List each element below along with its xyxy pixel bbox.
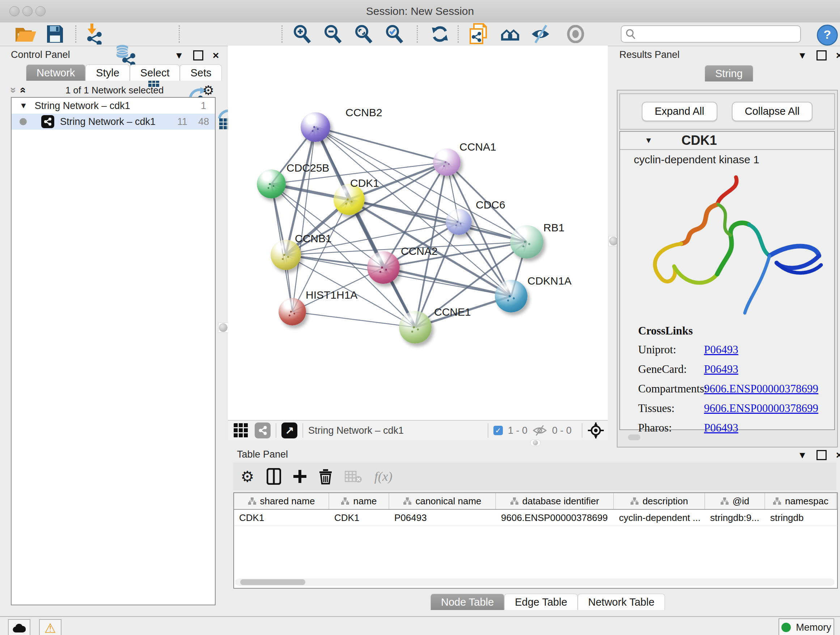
zoom-fit-button[interactable] xyxy=(354,24,373,44)
panel-close-icon[interactable]: × xyxy=(213,49,219,62)
node-label-CCNA2: CCNA2 xyxy=(401,245,438,257)
warning-icon: ⚠ xyxy=(44,621,56,635)
table-hscrollbar-thumb[interactable] xyxy=(240,579,305,585)
panel-close-icon[interactable]: × xyxy=(836,49,840,62)
open-session-button[interactable] xyxy=(14,25,37,43)
horizontal-splitter-handle[interactable] xyxy=(531,440,540,446)
results-tab-string[interactable]: String xyxy=(705,65,753,81)
crosslink-row: Compartments:9606.ENSP00000378699 xyxy=(638,382,834,395)
show-columns-icon[interactable] xyxy=(267,468,281,485)
protein-card-header[interactable]: ▼ CDK1 xyxy=(620,132,834,150)
table-cell[interactable]: stringdb xyxy=(765,510,837,526)
tab-sets[interactable]: Sets xyxy=(180,65,222,81)
zoom-in-button[interactable] xyxy=(292,24,312,44)
column-header-canonical-name[interactable]: canonical name xyxy=(389,493,496,509)
panel-menu-icon[interactable]: ▼ xyxy=(798,50,807,61)
table-cell[interactable]: P06493 xyxy=(389,510,496,526)
help-button[interactable]: ? xyxy=(817,25,838,46)
table-row[interactable]: CDK1CDK1P064939606.ENSP00000378699cyclin… xyxy=(234,510,837,526)
tab-node-table[interactable]: Node Table xyxy=(431,594,504,610)
tab-select[interactable]: Select xyxy=(130,65,180,81)
table-cell[interactable]: stringdb:9... xyxy=(705,510,765,526)
crosslink-link[interactable]: 9606.ENSP00000378699 xyxy=(704,382,818,395)
delete-column-trash-icon[interactable] xyxy=(319,469,332,485)
network-tree: ▼ String Network – cdk1 1 String Network… xyxy=(11,97,216,605)
node-label-CCNA1: CCNA1 xyxy=(459,141,496,153)
warnings-button[interactable]: ⚠ xyxy=(39,619,62,635)
network-options-gear-icon[interactable]: ⚙ xyxy=(202,83,214,98)
import-network-icon xyxy=(84,24,104,44)
crosslink-link[interactable]: P06493 xyxy=(704,363,738,376)
search-input[interactable] xyxy=(636,28,800,40)
hidden-eye-slash-icon[interactable] xyxy=(532,424,547,436)
show-neighbors-button[interactable]: ⌂⌂ xyxy=(500,25,514,43)
duplicate-network-button[interactable] xyxy=(469,23,491,45)
window-titlebar[interactable]: Session: New Session xyxy=(0,0,840,23)
hide-selected-button[interactable] xyxy=(531,25,551,43)
selected-checkbox-icon[interactable]: ✓ xyxy=(493,426,503,435)
tab-network[interactable]: Network xyxy=(26,65,85,81)
crosslink-link[interactable]: 9606.ENSP00000378699 xyxy=(704,402,818,415)
crosslink-link[interactable]: P06493 xyxy=(704,421,738,434)
left-splitter-handle[interactable] xyxy=(218,323,228,333)
table-cell[interactable]: cyclin-dependent ... xyxy=(614,510,705,526)
network-canvas[interactable]: CCNB2CCNA1CDC25BCDK1CDC6RB1CCNB1CCNA2CDK… xyxy=(228,46,608,420)
collection-label: String Network – cdk1 xyxy=(35,100,201,111)
network-row-selected[interactable]: String Network – cdk1 11 48 xyxy=(11,114,215,130)
protein-expander-icon[interactable]: ▼ xyxy=(645,136,653,145)
tab-style[interactable]: Style xyxy=(85,65,129,81)
save-session-button[interactable] xyxy=(46,25,64,43)
detach-view-icon[interactable]: ↗ xyxy=(281,423,297,439)
node-CCNB2[interactable] xyxy=(301,112,330,142)
crosslink-link[interactable]: P06493 xyxy=(704,343,738,356)
node-CDC25B[interactable] xyxy=(257,169,286,198)
table-hscrollbar[interactable] xyxy=(235,578,835,586)
panel-float-icon[interactable] xyxy=(816,50,827,60)
node-CCNA1[interactable] xyxy=(433,149,461,176)
column-header-database-identifier[interactable]: database identifier xyxy=(496,493,614,509)
node-RB1[interactable] xyxy=(510,225,543,258)
network-collection-row[interactable]: ▼ String Network – cdk1 1 xyxy=(11,98,215,114)
panel-menu-icon[interactable]: ▼ xyxy=(174,50,184,61)
cloud-status-button[interactable] xyxy=(8,619,30,635)
refresh-icon xyxy=(431,25,449,43)
column-header-@id[interactable]: @id xyxy=(705,493,765,509)
table-cell[interactable]: 9606.ENSP00000378699 xyxy=(496,510,614,526)
node-CDC6[interactable] xyxy=(446,209,472,235)
string-view-icon[interactable] xyxy=(255,423,271,439)
memory-button[interactable]: Memory xyxy=(778,618,834,635)
column-header-description[interactable]: description xyxy=(614,493,705,509)
table-cell[interactable]: CDK1 xyxy=(329,510,389,526)
panel-menu-icon[interactable]: ▼ xyxy=(798,450,807,461)
table-cell[interactable]: CDK1 xyxy=(234,510,329,526)
column-header-name[interactable]: name xyxy=(329,493,389,509)
show-hidden-button[interactable] xyxy=(567,25,584,43)
zoom-selected-button[interactable] xyxy=(385,24,404,44)
network-nodes-layer: CCNB2CCNA1CDC25BCDK1CDC6RB1CCNB1CCNA2CDK… xyxy=(228,46,608,420)
column-header-namespac[interactable]: namespac xyxy=(765,493,837,509)
delete-table-icon xyxy=(345,470,362,483)
panel-float-icon[interactable] xyxy=(193,50,203,60)
node-CCNA2[interactable] xyxy=(367,251,400,284)
table-settings-gear-icon[interactable]: ⚙ xyxy=(240,468,254,486)
column-header-shared-name[interactable]: shared name xyxy=(234,493,329,509)
expand-all-networks-icon[interactable]: « xyxy=(17,87,30,93)
node-CCNE1[interactable] xyxy=(399,311,431,344)
grid-view-icon[interactable] xyxy=(233,423,249,439)
node-HIST1H1A[interactable] xyxy=(279,298,306,325)
create-column-plus-icon[interactable] xyxy=(294,470,306,483)
birds-eye-view-icon[interactable] xyxy=(587,422,604,439)
panel-close-icon[interactable]: × xyxy=(836,449,840,461)
search-field[interactable] xyxy=(621,25,801,43)
results-hscroll-thumb[interactable] xyxy=(628,434,640,440)
collapse-all-button[interactable]: Collapse All xyxy=(732,102,813,121)
tab-network-table[interactable]: Network Table xyxy=(578,594,665,610)
expand-all-button[interactable]: Expand All xyxy=(642,102,717,121)
node-CDKN1A[interactable] xyxy=(495,280,527,312)
tab-edge-table[interactable]: Edge Table xyxy=(504,594,578,610)
window-title: Session: New Session xyxy=(0,5,840,17)
collection-expander-icon[interactable]: ▼ xyxy=(19,101,27,111)
apply-layout-button[interactable] xyxy=(431,25,449,43)
panel-float-icon[interactable] xyxy=(816,450,827,460)
zoom-out-button[interactable] xyxy=(323,24,343,44)
